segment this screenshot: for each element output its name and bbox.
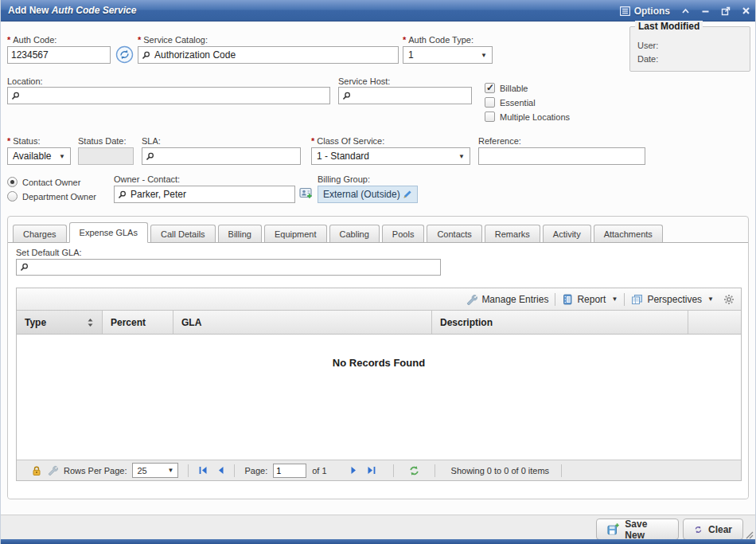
tab-call-details[interactable]: Call Details [150,225,216,242]
status-label: *Status: [7,136,41,146]
billing-group-button[interactable]: External (Outside) [318,186,418,203]
dialog-title-emphasis: Auth Code Service [52,5,137,16]
multiple-locations-checkbox[interactable] [485,112,495,122]
sla-field[interactable] [142,147,301,165]
department-owner-radio-row[interactable]: Department Owner [7,191,96,202]
auth-code-type-select[interactable]: 1 ▼ [403,46,493,64]
sort-icon[interactable] [87,318,94,327]
search-icon [146,152,154,161]
multiple-locations-label: Multiple Locations [500,112,570,122]
essential-checkbox-row[interactable]: Essential [485,97,536,108]
pager-separator [393,464,394,477]
location-field[interactable] [7,87,330,104]
required-marker: * [403,35,406,45]
status-select[interactable]: Available ▼ [7,147,71,165]
column-header-type[interactable]: Type [17,311,103,334]
billable-checkbox[interactable] [485,83,495,93]
service-catalog-field[interactable] [138,46,399,64]
first-page-button[interactable] [198,466,208,475]
billing-group-label: Billing Group: [318,174,370,184]
set-default-gla-field[interactable] [16,259,441,276]
location-input[interactable] [24,90,326,101]
auth-code-type-label: *Auth Code Type: [403,35,473,45]
pencil-icon [403,190,412,199]
dialog-title: Add New Auth Code Service [8,5,136,16]
column-header-filler [688,311,741,334]
column-header-percent[interactable]: Percent [103,311,173,334]
last-modified-panel: Last Modified User: Date: [629,26,750,72]
lock-columns-button[interactable] [31,465,42,476]
tab-remarks[interactable]: Remarks [485,225,540,242]
expense-glas-tab-content: Set Default GLA: Manage Entries Report [8,243,748,499]
tabstrip: Charges Expense GLAs Call Details Billin… [8,222,748,243]
owner-contact-field[interactable] [114,186,295,203]
auth-code-input[interactable] [11,49,107,61]
tab-contacts[interactable]: Contacts [427,225,481,242]
generate-auth-code-button[interactable] [115,45,134,67]
auth-code-field[interactable] [7,46,111,64]
column-header-gla[interactable]: GLA [173,311,432,334]
last-page-button[interactable] [367,466,376,475]
contact-owner-radio[interactable] [7,177,18,187]
report-icon [562,294,573,305]
reference-input[interactable] [482,151,641,162]
grid-tools-button[interactable] [48,465,58,476]
collapse-button[interactable] [681,7,690,15]
toolbar-separator [555,293,555,306]
service-host-input[interactable] [355,90,468,101]
reference-field[interactable] [478,147,645,165]
billing-group-value: External (Outside) [323,189,400,200]
save-new-button[interactable]: Save New [596,519,679,540]
department-owner-radio[interactable] [7,191,18,202]
popout-icon [721,6,731,16]
report-button[interactable]: Report ▼ [562,294,618,305]
tab-billing[interactable]: Billing [218,225,262,242]
tab-attachments[interactable]: Attachments [594,225,663,242]
grid-settings-button[interactable] [723,294,735,305]
next-page-button[interactable] [350,466,358,475]
chevron-down-icon: ▼ [707,295,714,303]
wrench-icon [48,465,58,476]
tab-expense-glas[interactable]: Expense GLAs [69,222,148,243]
auth-code-type-value: 1 [408,49,414,61]
refresh-button[interactable] [408,465,420,476]
clear-button[interactable]: Clear [683,519,743,540]
owner-contact-input[interactable] [131,189,291,200]
page-input[interactable] [273,464,306,478]
tab-pools[interactable]: Pools [382,225,425,242]
billable-checkbox-row[interactable]: Billable [485,83,528,93]
multiple-locations-checkbox-row[interactable]: Multiple Locations [485,112,570,122]
titlebar: Add New Auth Code Service Options [1,0,756,22]
essential-checkbox[interactable] [485,97,495,108]
tab-equipment[interactable]: Equipment [264,225,327,242]
add-contact-button[interactable] [299,187,315,205]
tab-activity[interactable]: Activity [543,225,591,242]
previous-page-button[interactable] [216,466,224,475]
contact-owner-radio-row[interactable]: Contact Owner [7,177,80,187]
popout-button[interactable] [721,6,731,16]
rows-per-page-select[interactable]: 25 ▼ [132,463,178,478]
sla-input[interactable] [158,151,297,162]
status-value: Available [13,151,51,162]
clear-icon [694,524,703,535]
close-button[interactable] [742,6,750,15]
perspectives-button[interactable]: Perspectives ▼ [631,294,714,305]
minimize-icon [701,7,710,15]
chevron-down-icon: ▼ [458,153,465,160]
manage-entries-button[interactable]: Manage Entries [466,294,548,305]
grid-pager: Rows Per Page: 25 ▼ Page: of 1 [17,460,741,480]
tab-charges[interactable]: Charges [13,225,67,242]
footer-bar: Save New Clear [1,515,756,539]
status-date-field [78,147,134,165]
service-host-field[interactable] [338,87,472,104]
class-of-service-select[interactable]: 1 - Standard ▼ [311,147,470,165]
tab-cabling[interactable]: Cabling [329,225,380,242]
minimize-button[interactable] [701,7,710,15]
column-header-description[interactable]: Description [432,311,688,334]
options-button[interactable]: Options [620,6,670,17]
page-of-text: of 1 [312,466,326,476]
service-catalog-input[interactable] [154,49,395,61]
sync-icon [115,45,134,64]
pager-separator [188,464,189,477]
set-default-gla-input[interactable] [33,262,437,273]
